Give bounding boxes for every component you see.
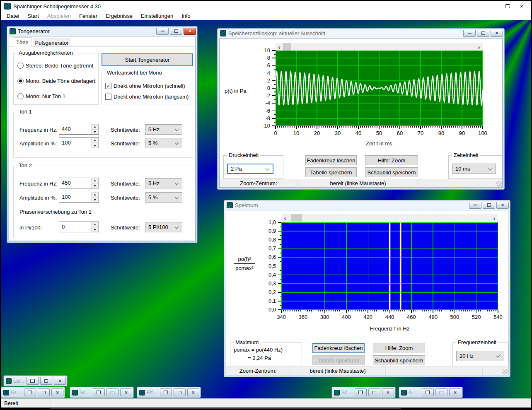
scrollbar-thumb[interactable] xyxy=(291,214,302,222)
restore-button[interactable] xyxy=(355,388,367,396)
minimized-window-sc1[interactable]: Sc... × xyxy=(70,387,134,398)
resize-grip[interactable] xyxy=(496,181,502,187)
close-button[interactable]: × xyxy=(51,388,63,396)
oscilloscope-plot[interactable] xyxy=(276,51,483,126)
main-restore-button[interactable] xyxy=(501,2,515,10)
close-button[interactable]: × xyxy=(54,377,66,385)
menu-einstellungen[interactable]: Einstellungen xyxy=(137,13,177,19)
minimize-button[interactable] xyxy=(469,202,481,209)
menu-datei[interactable]: Datei xyxy=(2,13,23,19)
hilfe-zoom-button[interactable]: Hilfe: Zoom xyxy=(373,343,425,353)
spin-value[interactable]: 450 xyxy=(59,178,91,188)
spin-down-icon[interactable] xyxy=(91,197,99,202)
minimized-window-eff[interactable]: Eff... × xyxy=(137,387,201,398)
checkbox-direkt-schnell[interactable]: ✓ xyxy=(105,83,111,89)
restore-button[interactable] xyxy=(93,388,105,396)
resize-grip[interactable] xyxy=(502,369,508,374)
radio-label[interactable]: Stereo: Beide Töne getrennt xyxy=(26,63,93,69)
oscilloscope-titlebar[interactable]: Speicheroszilloskop: aktueller Ausschnit… xyxy=(218,29,504,38)
ton1-amp-step-select[interactable]: 5 % xyxy=(145,138,182,148)
time-scrollbar[interactable]: ‹ › xyxy=(276,43,483,51)
ton1-freq-step-select[interactable]: 5 Hz xyxy=(145,124,182,135)
hilfe-zoom-button[interactable]: Hilfe: Zoom xyxy=(365,155,418,165)
ton2-frequency-spinner[interactable]: 450 xyxy=(59,178,99,188)
main-close-button[interactable]: × xyxy=(515,2,529,10)
spin-value[interactable]: 100 xyxy=(59,138,91,148)
menu-ergebnisse[interactable]: Ergebnisse xyxy=(102,13,137,19)
ton2-phase-step-select[interactable]: 5 Pi/100 xyxy=(145,222,182,232)
ton2-phase-spinner[interactable]: 0 xyxy=(59,222,99,232)
spin-down-icon[interactable] xyxy=(91,183,99,188)
maximize-button[interactable] xyxy=(170,28,182,35)
checkbox-label[interactable]: Direkt ohne Mikrofon (langsam) xyxy=(114,94,189,100)
maximize-button[interactable] xyxy=(483,202,495,209)
zeiteinheit-select[interactable]: 10 ms xyxy=(452,164,496,174)
close-button[interactable]: × xyxy=(184,28,196,35)
main-titlebar[interactable]: Spaichinger Schallpegelmesser 4.30 × xyxy=(1,1,531,12)
checkbox-label[interactable]: Direkt ohne Mikrofon (schnell) xyxy=(114,83,185,89)
tabelle-speichern-button[interactable]: Tabelle speichern xyxy=(305,167,357,177)
radio-label[interactable]: Mono: Nur Ton 1 xyxy=(26,93,65,99)
menu-fenster[interactable]: Fenster xyxy=(75,13,102,19)
spin-value[interactable]: 100 xyxy=(59,192,91,202)
spin-down-icon[interactable] xyxy=(91,143,99,148)
menu-start[interactable]: Start xyxy=(23,13,43,19)
spin-value[interactable]: 0 xyxy=(59,222,91,232)
radio-mono-ton1[interactable] xyxy=(17,93,24,99)
restore-button[interactable] xyxy=(160,388,172,396)
radio-stereo[interactable] xyxy=(17,63,24,69)
restore-button[interactable] xyxy=(422,388,434,396)
ton2-amp-step-select[interactable]: 5 % xyxy=(145,192,182,203)
maximize-button[interactable] xyxy=(174,388,186,396)
ton2-freq-step-select[interactable]: 5 Hz xyxy=(145,178,182,188)
maximize-button[interactable] xyxy=(435,388,447,396)
minimized-window-a[interactable]: A-... × xyxy=(399,387,463,398)
scroll-left-icon[interactable]: ‹ xyxy=(281,214,289,222)
spektrum-plot[interactable] xyxy=(281,222,498,310)
maximize-button[interactable] xyxy=(40,377,52,385)
maximize-button[interactable] xyxy=(38,388,50,396)
spin-up-icon[interactable] xyxy=(91,192,99,197)
scroll-right-icon[interactable]: › xyxy=(491,214,498,222)
scroll-left-icon[interactable]: ‹ xyxy=(276,43,283,51)
druckeinheit-select[interactable]: 2 Pa xyxy=(227,164,273,174)
tab-pulsgenerator[interactable]: Pulsgenerator xyxy=(34,39,70,47)
scrollbar-thumb[interactable] xyxy=(283,43,291,51)
checkbox-direkt-langsam[interactable] xyxy=(105,94,111,100)
ton2-amplitude-spinner[interactable]: 100 xyxy=(59,192,99,203)
close-button[interactable]: × xyxy=(187,388,199,396)
spin-up-icon[interactable] xyxy=(91,222,99,227)
minimize-button[interactable] xyxy=(156,28,169,35)
spin-up-icon[interactable] xyxy=(91,138,99,143)
spin-up-icon[interactable] xyxy=(91,178,99,183)
start-tongenerator-button[interactable]: Start Tongenerator xyxy=(102,53,193,66)
minimized-window-sc2[interactable]: Sc... × xyxy=(331,387,396,398)
scroll-right-icon[interactable]: › xyxy=(475,43,483,51)
main-minimize-button[interactable] xyxy=(486,2,501,10)
close-button[interactable]: × xyxy=(496,202,509,209)
radio-label[interactable]: Mono: Beide Töne überlagert xyxy=(26,78,95,84)
maximize-button[interactable] xyxy=(106,388,118,396)
minimized-window-gr[interactable]: Gr... × xyxy=(1,387,65,398)
menu-info[interactable]: Info xyxy=(177,13,195,19)
spektrum-titlebar[interactable]: Spektrum × xyxy=(224,200,510,210)
ton1-frequency-spinner[interactable]: 440 xyxy=(59,124,99,135)
maximize-button[interactable] xyxy=(477,30,489,37)
minimized-window-laerm[interactable]: Lär... × xyxy=(3,375,68,386)
ton1-amplitude-spinner[interactable]: 100 xyxy=(59,137,99,148)
restore-button[interactable] xyxy=(27,377,39,385)
frequency-scrollbar[interactable]: ‹ › xyxy=(281,214,498,222)
radio-mono-ueberlagert[interactable] xyxy=(17,78,24,84)
schaubild-speichern-button[interactable]: Schaubild speichern xyxy=(373,355,425,365)
tab-toene[interactable]: Töne xyxy=(13,37,32,47)
spin-value[interactable]: 440 xyxy=(59,124,91,134)
spin-down-icon[interactable] xyxy=(91,227,99,232)
minimize-button[interactable] xyxy=(463,30,476,37)
frequenzeinheit-select[interactable]: 20 Hz xyxy=(456,351,503,361)
close-button[interactable]: × xyxy=(120,388,132,396)
schaubild-speichern-button[interactable]: Schaubild speichern xyxy=(365,167,418,177)
maximize-button[interactable] xyxy=(368,388,380,396)
close-button[interactable]: × xyxy=(382,388,394,396)
fadenkreuz-loeschen-button[interactable]: Fadenkreuz löschen xyxy=(305,155,357,165)
spin-down-icon[interactable] xyxy=(91,129,99,134)
